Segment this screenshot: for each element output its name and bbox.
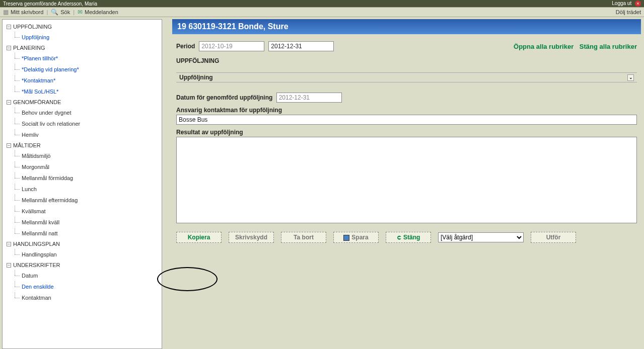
kopiera-button[interactable]: Kopiera <box>176 232 222 243</box>
tree-item[interactable]: Mellanmål kväll <box>15 217 162 228</box>
tree-item[interactable]: Lunch <box>15 184 162 195</box>
tree-item[interactable]: Kontaktman <box>15 292 162 303</box>
tree-group-header[interactable]: −PLANERING <box>3 43 162 53</box>
period-label: Period <box>176 43 195 50</box>
skrivskydd-button[interactable]: Skrivskydd <box>229 232 274 243</box>
tree-group-label: PLANERING <box>13 45 45 51</box>
section-bar-label: Uppföljning <box>179 74 213 81</box>
resultat-label: Resultat av uppföljning <box>176 129 637 136</box>
main-panel: 19 630119-3121 Bonde, Sture Period Öppna… <box>162 17 644 349</box>
ansvarig-label: Ansvarig kontaktman för uppföljning <box>176 107 637 114</box>
tree-item[interactable]: Handlingsplan <box>15 249 162 260</box>
app-title: Treserva genomförande Andersson, Maria <box>3 1 97 7</box>
tree-item[interactable]: Morgonmål <box>15 161 162 172</box>
desktop-icon: ▦ <box>3 9 9 15</box>
open-all-link[interactable]: Öppna alla rubriker <box>514 43 574 50</box>
resultat-textarea[interactable] <box>176 137 637 223</box>
action-select[interactable]: [Välj åtgärd] <box>438 232 524 242</box>
close-icon: × <box>635 1 641 7</box>
tree-item[interactable]: *Mål SoL/HSL* <box>15 86 162 97</box>
tree-item[interactable]: Uppföljning <box>15 32 162 43</box>
chevron-down-icon[interactable]: ⌄ <box>627 74 634 81</box>
collapse-icon[interactable]: − <box>7 100 11 105</box>
patient-header: 19 630119-3121 Bonde, Sture <box>172 19 641 34</box>
section-uppfoljning-title: UPPFÖLJNING <box>176 57 637 64</box>
datum-input[interactable] <box>276 93 342 103</box>
tree-group-label: GENOMFÖRANDE <box>13 99 61 105</box>
search-icon: 🔍 <box>51 9 58 15</box>
tree-item[interactable]: *Kontaktman* <box>15 75 162 86</box>
menu-desktop[interactable]: Mitt skrivbord <box>11 9 43 15</box>
tree-item[interactable]: Måltidsmiljö <box>15 150 162 161</box>
tree-group-header[interactable]: −HANDLINGSPLAN <box>3 239 162 249</box>
tree-group-label: UPPFÖLJNING <box>13 24 52 30</box>
save-icon <box>343 235 349 241</box>
period-start-input[interactable] <box>199 41 264 51</box>
return-arrow-icon: ➲ <box>397 234 402 241</box>
menu-search[interactable]: Sök <box>60 9 70 15</box>
tree-group-label: UNDERSKRIFTER <box>13 262 60 268</box>
stang-button[interactable]: ➲ Stäng <box>386 232 431 243</box>
collapse-icon[interactable]: − <box>7 242 11 246</box>
tree-item[interactable]: Den enskilde <box>15 281 162 292</box>
ansvarig-input[interactable] <box>176 115 637 125</box>
tree-group-label: HANDLINGSPLAN <box>13 241 60 247</box>
logout-link[interactable]: Logga ut × <box>612 1 641 7</box>
tree-item[interactable]: Datum <box>15 270 162 281</box>
tree-item[interactable]: Kvällsmat <box>15 206 162 217</box>
tree-group-header[interactable]: −UPPFÖLJNING <box>3 22 162 32</box>
tree-panel: −UPPFÖLJNINGUppföljning−PLANERING*Planen… <box>2 19 162 349</box>
close-all-link[interactable]: Stäng alla rubriker <box>580 43 637 50</box>
menu-bar: ▦ Mitt skrivbord | 🔍 Sök | ✉ Meddelanden… <box>0 7 644 17</box>
tree-group-header[interactable]: −UNDERSKRIFTER <box>3 260 162 270</box>
menu-hide-tree[interactable]: Dölj trädet <box>616 9 641 15</box>
menu-messages[interactable]: Meddelanden <box>85 9 118 15</box>
tree-item[interactable]: *Planen tillhör* <box>15 53 162 64</box>
messages-icon: ✉ <box>78 9 83 15</box>
section-bar-uppfoljning[interactable]: Uppföljning ⌄ <box>176 72 637 82</box>
tree-item[interactable]: Socialt liv och relationer <box>15 118 162 129</box>
tree-group-header[interactable]: −MÅLTIDER <box>3 140 162 150</box>
tree-item[interactable]: *Delaktig vid planering* <box>15 64 162 75</box>
spara-button[interactable]: Spara <box>333 232 379 243</box>
tabort-button[interactable]: Ta bort <box>281 232 326 243</box>
tree-item[interactable]: Mellanmål natt <box>15 228 162 239</box>
tree-group-label: MÅLTIDER <box>13 142 41 148</box>
tree-item[interactable]: Mellanmål förmiddag <box>15 172 162 184</box>
collapse-icon[interactable]: − <box>7 263 11 268</box>
tree-group-header[interactable]: −GENOMFÖRANDE <box>3 97 162 107</box>
tree-item[interactable]: Mellanmål eftermiddag <box>15 195 162 206</box>
utfor-button[interactable]: Utför <box>531 232 576 243</box>
collapse-icon[interactable]: − <box>7 46 11 50</box>
datum-label: Datum för genomförd uppföljning <box>176 94 272 101</box>
tree-item[interactable]: Behov under dygnet <box>15 107 162 118</box>
collapse-icon[interactable]: − <box>7 143 11 148</box>
tree-item[interactable]: Hemliv <box>15 129 162 140</box>
annotation-circle <box>157 267 218 291</box>
period-end-input[interactable] <box>268 41 334 51</box>
collapse-icon[interactable]: − <box>7 25 11 29</box>
top-bar: Treserva genomförande Andersson, Maria L… <box>0 0 644 7</box>
